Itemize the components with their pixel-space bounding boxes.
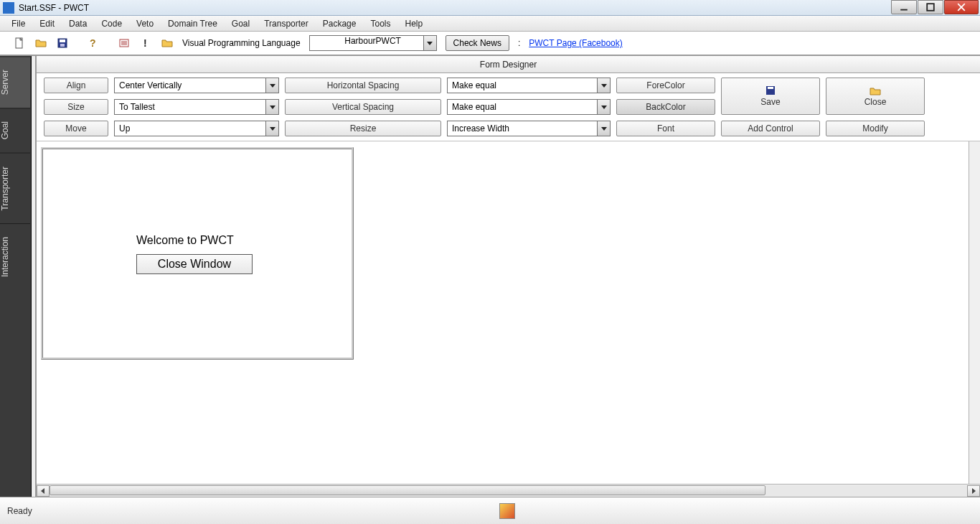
window-controls bbox=[890, 0, 979, 14]
vertical-scrollbar[interactable] bbox=[969, 141, 980, 484]
titlebar: Start.SSF - PWCT bbox=[0, 0, 980, 16]
pwct-facebook-link[interactable]: PWCT Page (Facebook) bbox=[529, 38, 623, 48]
menu-transporter[interactable]: Transporter bbox=[257, 17, 316, 30]
vspacing-select[interactable]: Make equal bbox=[447, 99, 611, 115]
preview-label: Welcome to PWCT bbox=[136, 234, 234, 247]
svg-marker-21 bbox=[270, 127, 275, 131]
move-button[interactable]: Move bbox=[44, 121, 108, 136]
list-icon[interactable] bbox=[118, 37, 131, 50]
side-tabs: Server Goal Transporter Interaction bbox=[0, 56, 32, 497]
svg-text:!: ! bbox=[143, 37, 147, 49]
hspacing-button[interactable]: Horizontal Spacing bbox=[285, 78, 441, 93]
horizontal-scrollbar[interactable] bbox=[37, 484, 980, 497]
design-toolbar: Align Center Vertically Horizontal Spaci… bbox=[37, 73, 980, 141]
help-icon[interactable]: ? bbox=[87, 37, 100, 50]
vspacing-button[interactable]: Vertical Spacing bbox=[285, 99, 441, 115]
chevron-down-icon bbox=[423, 36, 436, 50]
form-preview[interactable]: Welcome to PWCT Close Window bbox=[41, 147, 354, 360]
svg-marker-24 bbox=[972, 488, 976, 494]
size-button[interactable]: Size bbox=[44, 99, 108, 115]
chevron-down-icon bbox=[597, 78, 610, 93]
save-icon[interactable] bbox=[56, 37, 69, 50]
resize-button[interactable]: Resize bbox=[285, 121, 441, 136]
svg-marker-15 bbox=[270, 84, 275, 88]
svg-marker-22 bbox=[601, 127, 607, 131]
close-form-button[interactable]: Close bbox=[826, 78, 925, 115]
minimize-button[interactable] bbox=[891, 0, 917, 14]
svg-text:?: ? bbox=[90, 37, 96, 49]
align-button[interactable]: Align bbox=[44, 78, 108, 93]
preview-close-button[interactable]: Close Window bbox=[136, 254, 253, 274]
app-icon bbox=[3, 2, 14, 14]
svg-marker-19 bbox=[270, 106, 275, 109]
menu-goal[interactable]: Goal bbox=[225, 17, 257, 30]
menu-veto[interactable]: Veto bbox=[129, 17, 161, 30]
maximize-button[interactable] bbox=[918, 0, 943, 14]
new-file-icon[interactable] bbox=[13, 37, 26, 50]
menu-tools[interactable]: Tools bbox=[363, 17, 397, 30]
align-select[interactable]: Center Vertically bbox=[114, 78, 279, 93]
svg-rect-18 bbox=[768, 87, 773, 89]
svg-marker-16 bbox=[601, 84, 607, 88]
add-control-button[interactable]: Add Control bbox=[721, 121, 820, 136]
modify-button[interactable]: Modify bbox=[826, 121, 925, 136]
status-icon[interactable] bbox=[499, 503, 515, 519]
canvas-area[interactable]: Welcome to PWCT Close Window bbox=[37, 141, 980, 484]
open-folder-icon[interactable] bbox=[34, 37, 47, 50]
check-news-button[interactable]: Check News bbox=[446, 35, 509, 51]
svg-marker-23 bbox=[41, 488, 44, 494]
toolbar: ? ! Visual Programming Language HarbourP… bbox=[0, 32, 980, 56]
move-select[interactable]: Up bbox=[114, 121, 279, 136]
svg-rect-7 bbox=[60, 44, 65, 47]
menu-edit[interactable]: Edit bbox=[32, 17, 62, 30]
chevron-down-icon bbox=[265, 78, 278, 93]
menu-data[interactable]: Data bbox=[62, 17, 94, 30]
panel-title: Form Designer bbox=[37, 56, 980, 73]
language-select[interactable]: HarbourPWCT bbox=[309, 35, 437, 51]
workspace: Server Goal Transporter Interaction Form… bbox=[0, 56, 980, 497]
chevron-down-icon bbox=[597, 121, 610, 136]
menu-help[interactable]: Help bbox=[397, 17, 430, 30]
hspacing-select[interactable]: Make equal bbox=[447, 78, 611, 93]
scroll-track[interactable] bbox=[50, 485, 967, 497]
folder-icon[interactable] bbox=[161, 37, 174, 50]
side-tab-goal[interactable]: Goal bbox=[0, 108, 30, 152]
language-value: HarbourPWCT bbox=[344, 36, 401, 46]
resize-select[interactable]: Increase Width bbox=[447, 121, 611, 136]
size-select[interactable]: To Tallest bbox=[114, 99, 279, 115]
close-button[interactable] bbox=[944, 0, 979, 14]
exclaim-icon[interactable]: ! bbox=[139, 37, 152, 50]
chevron-down-icon bbox=[265, 121, 278, 136]
menu-code[interactable]: Code bbox=[94, 17, 129, 30]
side-tab-transporter[interactable]: Transporter bbox=[0, 153, 30, 224]
lang-label: Visual Programming Language bbox=[182, 38, 301, 48]
chevron-down-icon bbox=[265, 100, 278, 114]
forecolor-button[interactable]: ForeColor bbox=[616, 78, 715, 93]
statusbar: Ready bbox=[0, 497, 980, 524]
side-tab-interaction[interactable]: Interaction bbox=[0, 223, 30, 290]
menubar: File Edit Data Code Veto Domain Tree Goa… bbox=[0, 16, 980, 32]
save-button[interactable]: Save bbox=[721, 78, 820, 115]
backcolor-button[interactable]: BackColor bbox=[616, 99, 715, 115]
main-panel: Form Designer Align Center Vertically Ho… bbox=[36, 56, 980, 497]
menu-package[interactable]: Package bbox=[316, 17, 364, 30]
svg-rect-1 bbox=[927, 4, 934, 11]
font-button[interactable]: Font bbox=[616, 121, 715, 136]
svg-rect-6 bbox=[60, 39, 65, 42]
scroll-thumb[interactable] bbox=[50, 485, 765, 495]
scroll-left-icon[interactable] bbox=[37, 485, 50, 497]
menu-file[interactable]: File bbox=[4, 17, 32, 30]
menu-domain-tree[interactable]: Domain Tree bbox=[161, 17, 225, 30]
scroll-right-icon[interactable] bbox=[967, 485, 980, 497]
status-text: Ready bbox=[7, 506, 32, 516]
chevron-down-icon bbox=[597, 100, 610, 114]
link-separator: : bbox=[518, 38, 520, 48]
window-title: Start.SSF - PWCT bbox=[19, 3, 89, 13]
svg-marker-14 bbox=[427, 42, 433, 45]
svg-marker-20 bbox=[601, 106, 607, 109]
side-tab-server[interactable]: Server bbox=[0, 56, 30, 108]
